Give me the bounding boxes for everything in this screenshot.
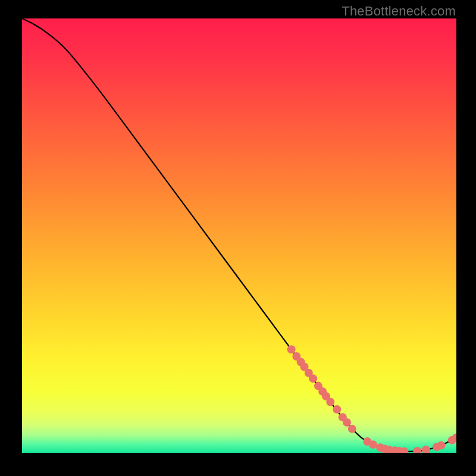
highlight-dot: [326, 398, 334, 406]
chart-stage: TheBottleneck.com: [0, 0, 476, 476]
highlight-dot: [333, 405, 341, 414]
highlight-dot: [369, 440, 377, 449]
highlight-dot: [348, 425, 356, 433]
highlight-dot: [437, 441, 445, 450]
watermark-text: TheBottleneck.com: [342, 4, 456, 19]
highlight-dot: [309, 374, 317, 383]
bottleneck-chart: [22, 18, 456, 453]
chart-svg: [22, 18, 456, 453]
gradient-background: [22, 18, 456, 453]
highlight-dot: [343, 418, 351, 427]
highlight-dot: [287, 345, 296, 353]
